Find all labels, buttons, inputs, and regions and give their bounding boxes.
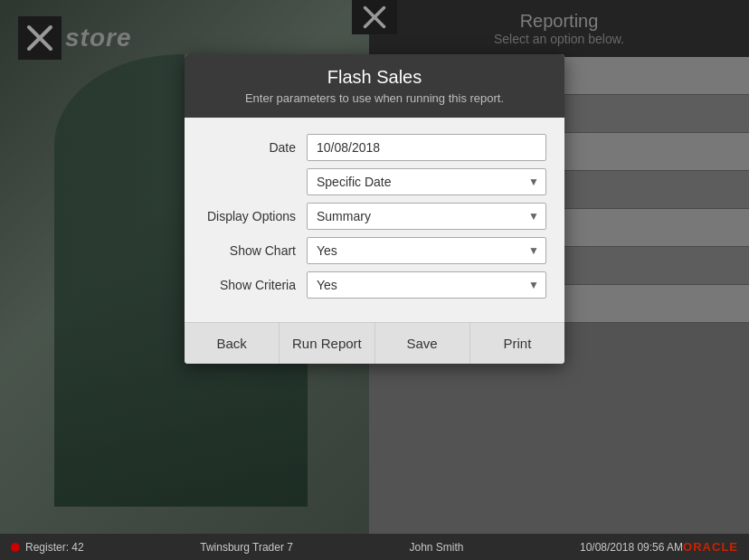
modal-title: Flash Sales bbox=[203, 67, 546, 88]
modal-body: Date Specific Date Date Range Today Yest… bbox=[185, 118, 564, 322]
back-button[interactable]: Back bbox=[185, 323, 280, 364]
modal-subtitle: Enter parameters to use when running thi… bbox=[203, 91, 546, 105]
oracle-logo: ORACLE bbox=[683, 540, 738, 554]
print-button[interactable]: Print bbox=[470, 323, 564, 364]
show-chart-select[interactable]: Yes No bbox=[307, 237, 546, 264]
datetime: 10/08/2018 09:56 AM bbox=[580, 541, 683, 554]
date-type-select[interactable]: Specific Date Date Range Today Yesterday bbox=[307, 168, 546, 195]
modal-footer: Back Run Report Save Print bbox=[185, 322, 564, 364]
modal-header: Flash Sales Enter parameters to use when… bbox=[185, 54, 564, 118]
modal-overlay: Flash Sales Enter parameters to use when… bbox=[0, 0, 749, 560]
show-criteria-select[interactable]: Yes No bbox=[307, 271, 546, 299]
date-input[interactable] bbox=[307, 134, 546, 161]
show-chart-row: Show Chart Yes No ▼ bbox=[203, 237, 546, 264]
status-info: Register: 42 Twinsburg Trader 7 John Smi… bbox=[25, 541, 683, 554]
register-info: Register: 42 bbox=[25, 541, 84, 554]
status-indicator bbox=[11, 543, 20, 552]
show-chart-select-wrapper: Yes No ▼ bbox=[307, 237, 546, 264]
date-label: Date bbox=[203, 140, 307, 155]
show-criteria-row: Show Criteria Yes No ▼ bbox=[203, 271, 546, 299]
date-row: Date bbox=[203, 134, 546, 161]
status-bar: Register: 42 Twinsburg Trader 7 John Smi… bbox=[0, 534, 749, 560]
show-criteria-label: Show Criteria bbox=[203, 278, 307, 292]
date-type-row: Specific Date Date Range Today Yesterday… bbox=[203, 168, 546, 195]
display-options-select[interactable]: Summary Detail bbox=[307, 203, 546, 230]
show-criteria-select-wrapper: Yes No ▼ bbox=[307, 271, 546, 299]
save-button[interactable]: Save bbox=[375, 323, 470, 364]
show-chart-label: Show Chart bbox=[203, 243, 307, 258]
run-report-button[interactable]: Run Report bbox=[280, 323, 374, 364]
display-options-select-wrapper: Summary Detail ▼ bbox=[307, 203, 546, 230]
display-options-row: Display Options Summary Detail ▼ bbox=[203, 203, 546, 230]
display-options-label: Display Options bbox=[203, 209, 307, 223]
date-type-select-wrapper: Specific Date Date Range Today Yesterday… bbox=[307, 168, 546, 195]
store-name: Twinsburg Trader 7 bbox=[200, 541, 293, 554]
user-name: John Smith bbox=[409, 541, 463, 554]
flash-sales-modal: Flash Sales Enter parameters to use when… bbox=[185, 54, 564, 364]
